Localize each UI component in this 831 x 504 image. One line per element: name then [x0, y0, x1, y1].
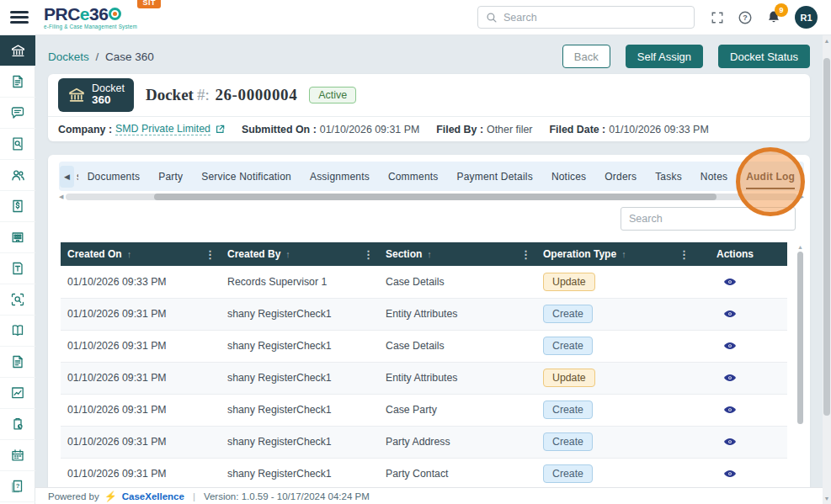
- view-details-button[interactable]: [701, 278, 737, 286]
- app-logo[interactable]: PRCe36 e-Filing & Case Management System…: [44, 5, 137, 29]
- svg-text:?: ?: [743, 13, 748, 22]
- audit-log-row: 01/10/2026 09:31 PMshany RegisterCheck1E…: [61, 362, 787, 394]
- column-menu-icon[interactable]: ⋮: [358, 248, 379, 261]
- scroll-up-arrow-icon[interactable]: ▲: [824, 38, 830, 44]
- tab-notes[interactable]: Notes: [691, 171, 737, 183]
- tab-documents[interactable]: Documents: [78, 171, 150, 183]
- column-header-created-by[interactable]: Created By↑⋮: [221, 242, 379, 266]
- cell-section: Case Details: [379, 266, 536, 298]
- scroll-down-arrow-icon[interactable]: ▼: [824, 496, 830, 501]
- company-link[interactable]: SMD Private Limited: [115, 123, 210, 135]
- top-bar: PRCe36 e-Filing & Case Management System…: [0, 0, 831, 35]
- view-details-button[interactable]: [701, 374, 737, 382]
- cell-actions: [695, 362, 787, 394]
- cell-created-by: Records Supervisor 1: [221, 266, 379, 298]
- docket-number: Docket#: 26-0000004: [146, 86, 297, 104]
- view-details-button[interactable]: [701, 406, 737, 414]
- tabs-scrollbar-thumb[interactable]: [154, 194, 717, 200]
- sort-arrow-icon: ↑: [427, 249, 432, 259]
- view-details-button[interactable]: [701, 310, 737, 318]
- menu-icon[interactable]: [10, 8, 29, 26]
- sidebar-item-users-icon[interactable]: [0, 160, 35, 191]
- audit-search-input[interactable]: [621, 207, 796, 231]
- column-menu-icon[interactable]: ⋮: [200, 248, 221, 261]
- view-details-button[interactable]: [701, 438, 737, 446]
- column-menu-icon[interactable]: ⋮: [674, 248, 695, 261]
- view-details-button[interactable]: [701, 470, 737, 478]
- tab-service-notification[interactable]: Service Notification: [192, 171, 301, 183]
- sidebar-item-file-lines-icon[interactable]: [0, 347, 35, 378]
- scroll-left-arrow-icon[interactable]: ◀: [59, 194, 63, 199]
- avatar[interactable]: R1: [795, 6, 818, 29]
- sidebar-item-file-t-icon[interactable]: [0, 253, 35, 284]
- scroll-right-arrow-icon[interactable]: ▶: [800, 194, 804, 199]
- scroll-up-arrow-icon[interactable]: ▲: [797, 244, 803, 250]
- table-vertical-scrollbar[interactable]: ▲: [796, 242, 804, 491]
- audit-log-row: 01/10/2026 09:31 PMshany RegisterCheck1P…: [61, 458, 787, 490]
- cell-created-on: 01/10/2026 09:31 PM: [61, 298, 221, 330]
- cell-created-by: shany RegisterCheck1: [221, 394, 379, 426]
- notifications-bell-icon[interactable]: 9: [766, 10, 781, 24]
- cell-created-by: shany RegisterCheck1: [221, 330, 379, 362]
- tabs-scroll-left-button[interactable]: ◀: [60, 166, 74, 188]
- cell-created-by: shany RegisterCheck1: [221, 458, 379, 490]
- table-scrollbar-thumb[interactable]: [797, 252, 803, 424]
- self-assign-button[interactable]: Self Assign: [626, 45, 703, 68]
- sidebar-item-file-dollar-icon[interactable]: [0, 191, 35, 222]
- sidebar-item-file-question-icon[interactable]: ?: [0, 471, 35, 502]
- operation-type-badge: Create: [543, 432, 593, 451]
- cell-actions: [695, 298, 787, 330]
- tab-audit-log[interactable]: Audit Log: [737, 171, 804, 183]
- back-button[interactable]: Back: [562, 45, 610, 68]
- audit-log-row: 01/10/2026 09:31 PMshany RegisterCheck1C…: [61, 330, 787, 362]
- column-header-section[interactable]: Section↑⋮: [379, 242, 536, 266]
- column-menu-icon[interactable]: ⋮: [515, 248, 536, 261]
- tabs-horizontal-scrollbar[interactable]: ◀ ▶: [59, 193, 804, 200]
- sidebar-item-calendar-icon[interactable]: [0, 440, 35, 471]
- tab-payment-details[interactable]: Payment Details: [448, 171, 542, 183]
- view-details-button[interactable]: [701, 342, 737, 350]
- column-header-operation-type[interactable]: Operation Type↑⋮: [536, 242, 695, 266]
- tab-assignments[interactable]: Assignments: [301, 171, 379, 183]
- tab-comments[interactable]: Comments: [379, 171, 448, 183]
- page-vertical-scrollbar[interactable]: ▲ ▼: [823, 35, 831, 504]
- sidebar-item-clipboard-clock-icon[interactable]: [0, 409, 35, 440]
- cell-operation-type: Create: [536, 394, 695, 426]
- help-icon[interactable]: ?: [738, 10, 753, 25]
- breadcrumb-current: Case 360: [105, 50, 154, 63]
- sort-arrow-icon: ↑: [127, 249, 132, 259]
- sidebar-item-book-icon[interactable]: [0, 316, 35, 347]
- tab-orders[interactable]: Orders: [595, 171, 646, 183]
- footer-brand-link[interactable]: CaseXellence: [122, 491, 184, 501]
- audit-log-row: 01/10/2026 09:31 PMshany RegisterCheck1P…: [61, 426, 787, 458]
- sidebar-item-file-search-icon[interactable]: [0, 129, 35, 160]
- cell-created-by: shany RegisterCheck1: [221, 298, 379, 330]
- bank-icon: [67, 86, 86, 104]
- fullscreen-icon[interactable]: [711, 11, 724, 24]
- tab-party[interactable]: Party: [149, 171, 192, 183]
- audit-log-row: 01/10/2026 09:33 PMRecords Supervisor 1C…: [61, 266, 787, 298]
- sidebar-item-bank-icon[interactable]: [0, 35, 35, 66]
- search-icon: [486, 12, 498, 24]
- column-header-created-on[interactable]: Created On↑⋮: [61, 242, 221, 266]
- sidebar-item-chat-icon[interactable]: [0, 98, 35, 129]
- cell-actions: [695, 426, 787, 458]
- sidebar-item-document-icon[interactable]: [0, 66, 35, 98]
- powered-by-label: Powered by: [48, 491, 99, 501]
- global-search-input[interactable]: [503, 12, 686, 24]
- audit-log-row: 01/10/2026 09:31 PMshany RegisterCheck1C…: [61, 394, 787, 426]
- breadcrumb-dockets-link[interactable]: Dockets: [48, 50, 89, 63]
- sidebar-item-scan-search-icon[interactable]: [0, 284, 35, 316]
- page-scrollbar-thumb[interactable]: [823, 58, 830, 416]
- docket-status-button[interactable]: Docket Status: [718, 45, 810, 68]
- cell-section: Party Address: [379, 426, 536, 458]
- cell-created-on: 01/10/2026 09:33 PM: [61, 266, 221, 298]
- docket-summary-card: Docket360 Docket#: 26-0000004 Active Com…: [48, 74, 810, 141]
- sidebar-item-chart-icon[interactable]: [0, 378, 35, 409]
- tab-notices[interactable]: Notices: [542, 171, 595, 183]
- global-search: [477, 6, 695, 29]
- tab-tasks[interactable]: Tasks: [646, 171, 691, 183]
- external-link-icon[interactable]: [216, 125, 225, 134]
- sidebar-item-building-icon[interactable]: [0, 222, 35, 253]
- cell-section: Case Details: [379, 330, 536, 362]
